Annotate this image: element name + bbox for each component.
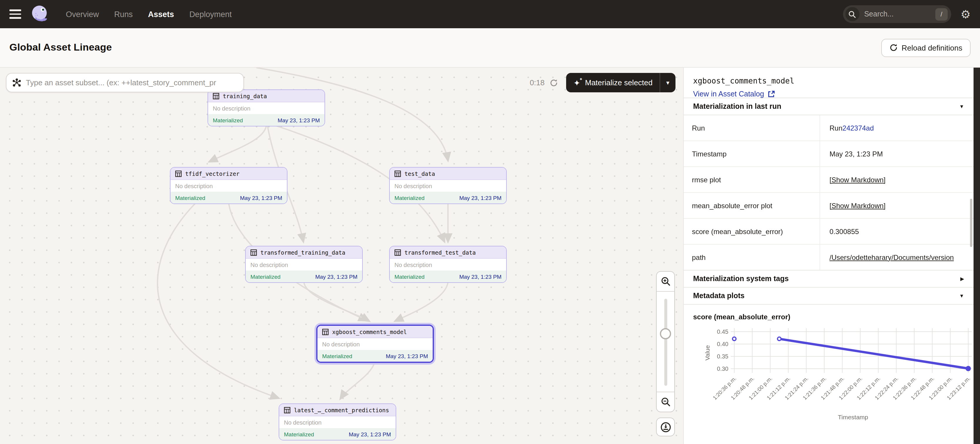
materialized-status: Materialized: [322, 353, 352, 359]
metadata-link[interactable]: [Show Markdown]: [829, 201, 886, 210]
search-shortcut-key: /: [935, 8, 948, 20]
asset-details-panel: xgboost_comments_model View in Asset Cat…: [683, 68, 974, 444]
download-graph-button[interactable]: [656, 417, 675, 436]
materialized-status: Materialized: [395, 273, 425, 280]
metadata-row-rmse-plot: rmse plot[Show Markdown]: [684, 167, 974, 193]
nav-item-deployment[interactable]: Deployment: [189, 10, 232, 19]
metadata-label: path: [684, 245, 820, 270]
search-icon: [845, 7, 859, 21]
zoom-in-icon: [660, 276, 670, 286]
materialized-timestamp[interactable]: May 23, 1:23 PM: [459, 273, 501, 280]
metadata-link[interactable]: [Show Markdown]: [829, 175, 886, 184]
asset-node-transformed_training_data[interactable]: transformed_training_dataNo descriptionM…: [245, 246, 363, 283]
section-metadata-plots[interactable]: Metadata plots ▼: [684, 287, 974, 305]
metadata-link[interactable]: /Users/odetteharary/Documents/version: [829, 253, 954, 261]
view-in-asset-catalog-link[interactable]: View in Asset Catalog: [684, 85, 974, 98]
chevron-down-icon[interactable]: ▼: [959, 293, 964, 299]
svg-text:0.30: 0.30: [717, 366, 729, 372]
zoom-slider[interactable]: [657, 291, 674, 392]
table-icon: [395, 249, 401, 256]
metadata-row-run: RunRun 242374ad: [684, 115, 974, 141]
materialized-status: Materialized: [395, 194, 425, 201]
metadata-row-timestamp: TimestampMay 23, 1:23 PM: [684, 141, 974, 167]
materialized-timestamp[interactable]: May 23, 1:23 PM: [348, 431, 391, 437]
materialize-dropdown-caret[interactable]: ▼: [660, 80, 676, 86]
reload-definitions-button[interactable]: Reload definitions: [881, 38, 970, 57]
run-id-link[interactable]: 242374ad: [842, 124, 874, 132]
asset-node-name: transformed_test_data: [404, 249, 476, 256]
zoom-out-icon: [660, 397, 670, 407]
dagster-octopus-icon: [30, 4, 50, 24]
table-icon: [175, 170, 181, 177]
materialized-status: Materialized: [175, 194, 205, 201]
search-placeholder: Search...: [864, 10, 931, 18]
asset-query-placeholder: Type an asset subset... (ex: ++latest_st…: [26, 78, 216, 87]
asset-node-name: latest_…_comment_predictions: [294, 407, 389, 413]
svg-text:0.45: 0.45: [717, 328, 729, 335]
materialized-timestamp[interactable]: May 23, 1:23 PM: [277, 117, 320, 123]
asset-name: xgboost_comments_model: [684, 68, 974, 85]
chart-title: score (mean_absolute_error): [684, 305, 974, 323]
asset-node-tfidf_vectorizer[interactable]: tfidf_vectorizerNo descriptionMaterializ…: [170, 167, 288, 204]
svg-text:0.35: 0.35: [717, 353, 729, 360]
zoom-slider-handle[interactable]: [660, 328, 671, 339]
metadata-value: 0.300855: [820, 219, 974, 244]
table-icon: [322, 328, 329, 335]
materialized-timestamp[interactable]: May 23, 1:23 PM: [386, 353, 428, 359]
sparkle-icon: ✦✦: [573, 78, 580, 87]
asset-node-transformed_test_data[interactable]: transformed_test_dataNo descriptionMater…: [389, 246, 507, 283]
materialize-selected-button[interactable]: ✦✦ Materialize selected ▼: [566, 73, 676, 92]
gear-icon[interactable]: ⚙: [961, 8, 970, 20]
top-nav: OverviewRunsAssetsDeployment Search... /…: [0, 0, 980, 28]
asset-node-description: No description: [170, 180, 287, 192]
metadata-label: mean_absolute_error plot: [684, 193, 820, 218]
materialized-timestamp[interactable]: May 23, 1:23 PM: [315, 273, 358, 280]
materialization-metadata-table: RunRun 242374adTimestampMay 23, 1:23 PMr…: [684, 115, 974, 271]
svg-text:Value: Value: [704, 345, 711, 361]
metadata-label: Timestamp: [684, 141, 820, 166]
asset-node-training_data[interactable]: training_dataNo descriptionMaterializedM…: [207, 89, 325, 126]
nav-item-runs[interactable]: Runs: [115, 10, 133, 19]
chevron-right-icon[interactable]: ▶: [960, 276, 964, 282]
asset-node-name: transformed_training_data: [261, 249, 345, 256]
metadata-value: /Users/odetteharary/Documents/version: [820, 245, 974, 270]
zoom-out-button[interactable]: [657, 392, 674, 412]
nav-item-overview[interactable]: Overview: [66, 10, 99, 19]
download-icon: [660, 421, 671, 433]
refresh-timer-icon[interactable]: [550, 78, 558, 87]
metadata-value: May 23, 1:23 PM: [820, 141, 974, 166]
asset-node-description: No description: [208, 102, 325, 114]
external-link-icon: [767, 91, 775, 98]
asset-query-input[interactable]: Type an asset subset... (ex: ++latest_st…: [6, 73, 244, 92]
metadata-row-path: path/Users/odetteharary/Documents/versio…: [684, 245, 974, 271]
zoom-in-button[interactable]: [657, 272, 674, 291]
asset-node-name: xgboost_comments_model: [332, 328, 407, 335]
metadata-row-mean-absolute-error-plot: mean_absolute_error plot[Show Markdown]: [684, 193, 974, 219]
materialized-timestamp[interactable]: May 23, 1:23 PM: [240, 194, 282, 201]
dagster-logo[interactable]: [29, 3, 51, 25]
background-window-strip: [974, 68, 980, 444]
refresh-icon: [889, 43, 897, 52]
primary-nav: OverviewRunsAssetsDeployment: [66, 10, 232, 19]
section-materialization-system-tags[interactable]: Materialization system tags ▶: [684, 270, 974, 288]
materialized-status: Materialized: [213, 117, 243, 123]
graph-zoom-controls: [656, 271, 675, 412]
materialized-timestamp[interactable]: May 23, 1:23 PM: [459, 194, 501, 201]
asset-node-xgboost_comments_model[interactable]: xgboost_comments_modelNo descriptionMate…: [316, 325, 434, 363]
asset-node-latest__comment_predictions[interactable]: latest_…_comment_predictionsNo descripti…: [278, 403, 396, 441]
metadata-label: score (mean_absolute_error): [684, 219, 820, 244]
asset-node-test_data[interactable]: test_dataNo descriptionMaterializedMay 2…: [389, 167, 507, 204]
panel-scrollbar-thumb[interactable]: [970, 199, 972, 247]
search-input[interactable]: Search... /: [843, 5, 951, 23]
asset-node-name: training_data: [223, 92, 267, 99]
materialized-status: Materialized: [250, 273, 280, 280]
chevron-down-icon[interactable]: ▼: [959, 103, 964, 109]
metadata-label: rmse plot: [684, 167, 820, 192]
menu-icon[interactable]: [10, 10, 21, 19]
section-materialization-in-last-run[interactable]: Materialization in last run ▼: [684, 98, 974, 115]
asset-graph-canvas[interactable]: training_dataNo descriptionMaterializedM…: [0, 68, 683, 444]
graph-toolbar: Type an asset subset... (ex: ++latest_st…: [6, 73, 676, 92]
op-selection-icon: [12, 78, 21, 87]
table-icon: [250, 249, 257, 256]
nav-item-assets[interactable]: Assets: [148, 10, 174, 19]
